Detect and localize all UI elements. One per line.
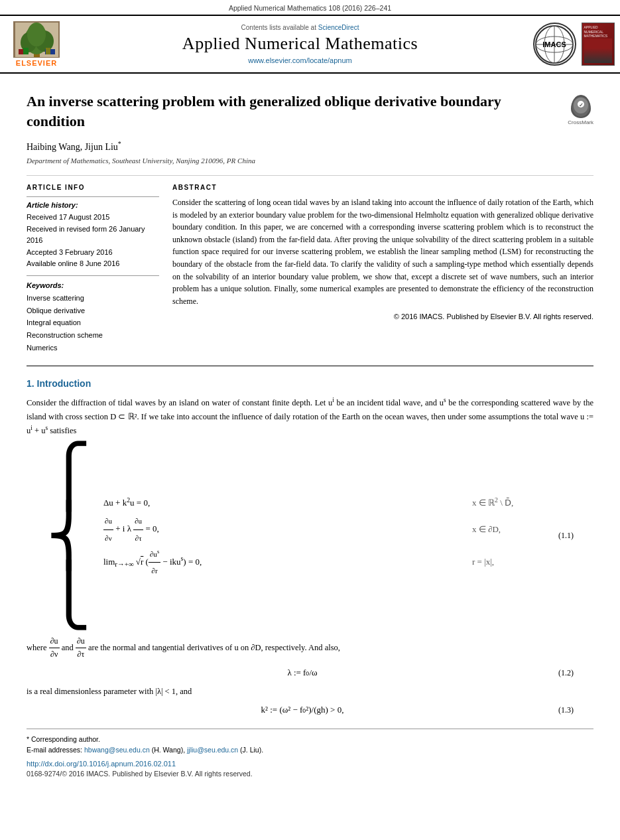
copyright-line: © 2016 IMACS. Published by Elsevier B.V.… [172,313,593,320]
footnote-star: * Corresponding author. [27,735,593,745]
abstract-column: ABSTRACT Consider the scattering of long… [172,184,593,354]
authors: Haibing Wang, Jijun Liu* [27,140,593,153]
equation-1-1-lines: Δu + k2u = 0, x ∈ ℝ2 \ D̄, ∂u∂ν + i λ ∂u… [103,493,552,579]
journal-cover-icon: APPLIED NUMERICAL MATHEMATICS [582,23,615,66]
elsevier-tree-icon [13,21,60,58]
sciencedirect-line: Contents lists available at ScienceDirec… [73,24,527,31]
intro-paragraph-2: where ∂u∂ν and ∂u∂τ are the normal and t… [27,635,593,661]
eq-1-1-line1: Δu + k2u = 0, x ∈ ℝ2 \ D̄, [103,493,552,513]
sciencedirect-link[interactable]: ScienceDirect [318,24,359,31]
equation-1-3-block: k² := (ω² − f₀²)/(gh) > 0, (1.3) [46,705,574,715]
keyword-oblique-derivative: Oblique derivative [27,305,159,317]
elsevier-wordmark: ELSEVIER [16,59,57,67]
equation-1-2-block: λ := f₀/ω (1.2) [46,667,574,678]
imacs-text: IMACS [542,40,566,48]
svg-rect-9 [46,48,50,54]
page: Applied Numerical Mathematics 108 (2016)… [0,0,620,840]
header-banner: ELSEVIER Contents lists available at Sci… [0,15,620,74]
keyword-inverse-scattering: Inverse scattering [27,292,159,305]
received-revised-date: Received in revised form 26 January 2016 [27,224,159,247]
header-logos: IMACS APPLIED NUMERICAL MATHEMATICS [534,23,613,66]
abstract-label: ABSTRACT [172,184,593,191]
article-history-label: Article history: [27,201,159,209]
equation-1-2: λ := f₀/ω [46,667,558,678]
keywords-label: Keywords: [27,281,159,289]
equation-1-2-number: (1.2) [558,668,574,678]
equation-1-3: k² := (ω² − f₀²)/(gh) > 0, [46,705,558,715]
crossmark-badge[interactable]: ✓ CrossMark [568,95,593,125]
eq-1-1-line2: ∂u∂ν + i λ ∂u∂τ = 0, x ∈ ∂D, [103,513,552,545]
intro-paragraph-3: is a real dimensionless parameter with |… [27,685,593,698]
received-date: Received 17 August 2015 [27,212,159,224]
crossmark-label: CrossMark [568,119,593,125]
email2-link[interactable]: jjliu@seu.edu.cn [187,746,238,754]
journal-title-banner: Applied Numerical Mathematics [73,34,527,54]
svg-rect-8 [23,48,29,54]
journal-url[interactable]: www.elsevier.com/locate/apnum [73,56,527,64]
footnote-section: * Corresponding author. E-mail addresses… [27,729,593,778]
keyword-reconstruction-scheme: Reconstruction scheme [27,329,159,342]
keyword-numerics: Numerics [27,342,159,354]
elsevier-logo: ELSEVIER [7,21,66,67]
section-separator [27,366,593,366]
affiliation: Department of Mathematics, Southeast Uni… [27,157,593,165]
eq-1-1-line3: limr→+∞ √r (∂us∂r − ikus) = 0, r = |x|, [103,546,552,579]
crossmark-icon: ✓ [571,95,591,118]
article-title: An inverse scattering problem with gener… [27,92,593,131]
article-info-label: ARTICLE INFO [27,184,159,191]
available-online-date: Available online 8 June 2016 [27,258,159,270]
accepted-date: Accepted 3 February 2016 [27,247,159,259]
svg-text:✓: ✓ [578,102,583,108]
equation-1-1-container: ⎧⎨⎩ Δu + k2u = 0, x ∈ ℝ2 \ D̄, ∂u∂ν + i … [46,447,574,626]
email1-link[interactable]: hbwang@seu.edu.cn [84,746,150,754]
equation-1-3-number: (1.3) [558,705,574,715]
keyword-integral-equation: Integral equation [27,316,159,329]
intro-paragraph-1: Consider the diffraction of tidal waves … [27,395,593,437]
journal-reference: Applied Numerical Mathematics 108 (2016)… [0,0,620,15]
imacs-logo: IMACS [533,23,576,66]
header-center: Contents lists available at ScienceDirec… [73,24,527,64]
svg-point-5 [27,23,46,46]
two-column-section: ARTICLE INFO Article history: Received 1… [27,175,593,354]
issn-line: 0168-9274/© 2016 IMACS. Published by Els… [27,770,593,778]
doi-link[interactable]: http://dx.doi.org/10.1016/j.apnum.2016.0… [27,760,593,768]
main-content: An inverse scattering problem with gener… [0,74,620,788]
footnote-emails: E-mail addresses: hbwang@seu.edu.cn (H. … [27,745,593,756]
equation-1-1-number: (1.1) [558,531,574,541]
article-info-column: ARTICLE INFO Article history: Received 1… [27,184,159,354]
introduction-heading: 1. Introduction [27,378,593,389]
abstract-text: Consider the scattering of long ocean ti… [172,196,593,307]
